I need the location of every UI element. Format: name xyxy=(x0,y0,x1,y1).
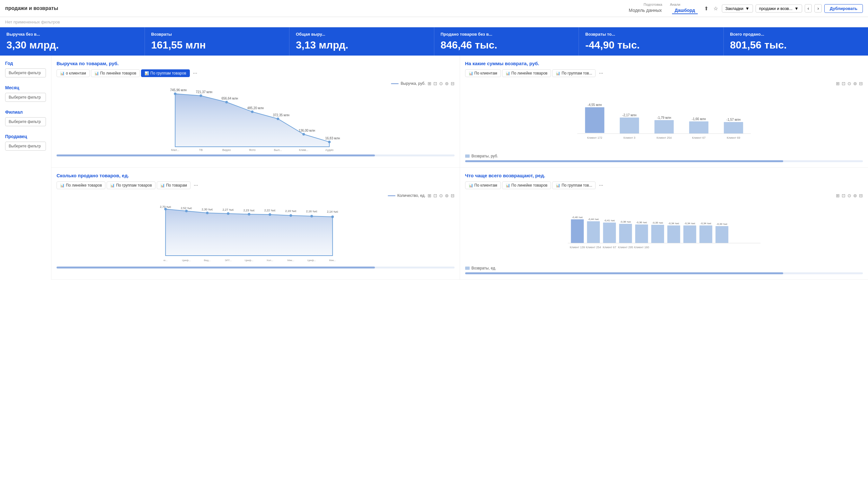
returns-qty-chart-more[interactable]: ··· xyxy=(597,182,605,189)
filter-month-select[interactable]: Выберите фильтр xyxy=(5,93,46,102)
tab-model[interactable]: Модель данных xyxy=(626,7,664,14)
nav-next-button[interactable]: › xyxy=(814,4,822,12)
svg-point-48 xyxy=(206,212,209,214)
nav-prev-button[interactable]: ‹ xyxy=(805,4,812,12)
share-button[interactable]: ⬆ xyxy=(703,4,710,13)
bookmarks-dropdown[interactable]: Закладки ▼ xyxy=(722,4,753,12)
svg-text:2,27 тыс: 2,27 тыс xyxy=(223,208,234,211)
quantity-action-1[interactable]: ⊞ xyxy=(427,193,432,198)
revenue-scrollbar-thumb xyxy=(56,154,375,157)
quantity-tab-lines[interactable]: 📊 По линейке товаров xyxy=(56,181,105,189)
svg-text:721,37 млн: 721,37 млн xyxy=(195,90,212,94)
tab-dashboard[interactable]: Дашборд xyxy=(672,7,698,14)
returns-tab-clients-label: По клиентам xyxy=(475,71,497,75)
header-tabs: Подготовка Анали Модель данных Дашборд xyxy=(626,2,697,14)
filter-year-label: Год xyxy=(5,61,46,66)
svg-point-10 xyxy=(251,110,253,113)
returns-chart-more[interactable]: ··· xyxy=(597,70,605,77)
returns-qty-tab-groups[interactable]: 📊 По группам тов... xyxy=(552,181,595,189)
revenue-tab-lines[interactable]: 📊 По линейке товаров xyxy=(91,70,140,77)
duplicate-button[interactable]: Дублировать xyxy=(824,4,863,13)
revenue-action-5[interactable]: ⊟ xyxy=(451,81,455,86)
svg-point-54 xyxy=(331,215,334,218)
quantity-tab-groups[interactable]: 📊 По группам товаров xyxy=(107,181,155,189)
svg-text:-2,17 млн: -2,17 млн xyxy=(622,113,636,117)
returns-qty-action-5[interactable]: ⊟ xyxy=(859,193,863,198)
filter-bar-text: Нет примененных фильтров xyxy=(5,20,60,24)
svg-text:Клим...: Клим... xyxy=(299,148,308,152)
filter-branch-select[interactable]: Выберите фильтр xyxy=(5,117,46,126)
svg-text:Хол...: Хол... xyxy=(267,259,273,262)
kpi-returns-count-value: -44,90 тыс. xyxy=(585,39,717,51)
revenue-chart-scrollbar[interactable] xyxy=(56,154,455,157)
revenue-tab-clients-label: о клиентам xyxy=(66,71,86,75)
svg-text:Клиент 67: Клиент 67 xyxy=(692,136,706,139)
returns-chart-scrollbar[interactable] xyxy=(465,160,863,162)
kpi-returns-label: Возвраты xyxy=(151,32,283,36)
returns-qty-action-1[interactable]: ⊞ xyxy=(836,193,840,198)
svg-text:Клиент 172: Клиент 172 xyxy=(587,136,602,139)
tabs-sub-row: Подготовка Анали xyxy=(644,2,680,7)
returns-action-2[interactable]: ⊡ xyxy=(841,81,846,86)
svg-rect-78 xyxy=(635,224,648,243)
returns-action-1[interactable]: ⊞ xyxy=(836,81,840,86)
revenue-action-4[interactable]: ⊚ xyxy=(445,81,449,86)
returns-action-3[interactable]: ⊙ xyxy=(847,81,851,86)
quantity-chart-container: Количество, ед. ⊞ ⊡ ⊙ ⊚ ⊟ xyxy=(56,193,455,268)
tab-sub-model: Подготовка xyxy=(644,2,663,7)
svg-text:Видео: Видео xyxy=(222,148,231,152)
svg-point-9 xyxy=(225,101,228,104)
filter-seller-select[interactable]: Выберите фильтр xyxy=(5,142,46,151)
revenue-chart-container: Выручка, руб. ⊞ ⊡ ⊙ ⊚ ⊟ xyxy=(56,81,455,157)
svg-text:136,00 млн: 136,00 млн xyxy=(298,129,315,132)
returns-qty-action-3[interactable]: ⊙ xyxy=(847,193,851,198)
revenue-action-3[interactable]: ⊙ xyxy=(439,81,443,86)
kpi-total-revenue-value: 3,13 млрд. xyxy=(296,39,427,51)
quantity-tab-products[interactable]: 📊 По товарам xyxy=(157,181,190,189)
charts-bottom-row: Сколько продано товаров, ед. 📊 По линейк… xyxy=(51,168,868,280)
kpi-returns-count-label: Возвраты то... xyxy=(585,32,717,36)
returns-qty-chart-scrollbar[interactable] xyxy=(465,272,863,274)
quantity-action-2[interactable]: ⊡ xyxy=(433,193,437,198)
svg-text:-1,79 млн: -1,79 млн xyxy=(657,116,671,119)
returns-action-5[interactable]: ⊟ xyxy=(859,81,863,86)
returns-qty-action-4[interactable]: ⊚ xyxy=(853,193,857,198)
returns-qty-action-2[interactable]: ⊡ xyxy=(841,193,846,198)
svg-point-47 xyxy=(185,210,188,212)
breadcrumb-dropdown[interactable]: продажи и возв... ▼ xyxy=(755,4,802,12)
returns-qty-tab-lines[interactable]: 📊 По линейке товаров xyxy=(502,181,551,189)
revenue-tab-clients[interactable]: 📊 о клиентам xyxy=(56,70,89,77)
svg-text:Клиент 254: Клиент 254 xyxy=(586,246,601,249)
svg-text:Аудио: Аудио xyxy=(326,148,334,152)
returns-chart-container: ⊞ ⊡ ⊙ ⊚ ⊟ -4,55 млн -2,17 млн -1,79 млн … xyxy=(465,81,863,162)
svg-rect-77 xyxy=(619,224,632,243)
revenue-action-2[interactable]: ⊡ xyxy=(433,81,437,86)
returns-tab-lines[interactable]: 📊 По линейке товаров xyxy=(502,70,551,77)
returns-qty-tab-clients[interactable]: 📊 По клиентам xyxy=(465,181,501,189)
revenue-action-1[interactable]: ⊞ xyxy=(427,81,432,86)
svg-text:-0,34 тыс: -0,34 тыс xyxy=(668,222,679,225)
svg-rect-30 xyxy=(724,122,743,134)
filter-bar: Нет примененных фильтров xyxy=(0,17,868,27)
svg-text:Цикф...: Цикф... xyxy=(182,259,191,262)
quantity-chart-scrollbar[interactable] xyxy=(56,267,455,268)
revenue-chart-more[interactable]: ··· xyxy=(191,70,199,77)
returns-action-4[interactable]: ⊚ xyxy=(853,81,857,86)
filter-year-select[interactable]: Выберите фильтр xyxy=(5,68,46,77)
quantity-action-5[interactable]: ⊟ xyxy=(451,193,455,198)
revenue-tab-groups[interactable]: 📊 По группам товаров xyxy=(141,70,190,77)
quantity-action-4[interactable]: ⊚ xyxy=(445,193,449,198)
revenue-tab-lines-icon: 📊 xyxy=(94,71,99,75)
filter-branch-label: Филиал xyxy=(5,109,46,115)
svg-text:2,23 тыс: 2,23 тыс xyxy=(244,209,255,212)
star-button[interactable]: ☆ xyxy=(712,4,719,13)
quantity-tab-lines-icon: 📊 xyxy=(60,183,65,188)
returns-qty-chart-panel: Что чаще всего возвращают, ред. 📊 По кли… xyxy=(460,168,868,280)
quantity-chart-more[interactable]: ··· xyxy=(192,182,200,189)
filter-seller-label: Продавец xyxy=(5,134,46,139)
returns-tab-clients[interactable]: 📊 По клиентам xyxy=(465,70,501,77)
returns-tab-groups[interactable]: 📊 По группам тов... xyxy=(552,70,595,77)
sidebar: Год Выберите фильтр Месяц Выберите фильт… xyxy=(0,55,51,280)
svg-point-13 xyxy=(328,141,330,143)
quantity-action-3[interactable]: ⊙ xyxy=(439,193,443,198)
